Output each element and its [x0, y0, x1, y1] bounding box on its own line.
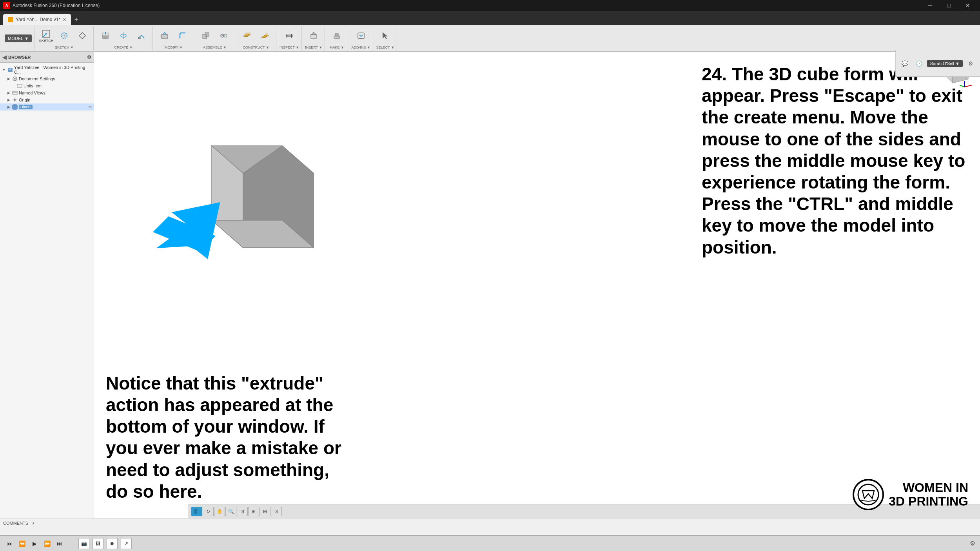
clock-button[interactable]: 🕐 [913, 57, 926, 70]
tab-close-button[interactable]: ✕ [63, 17, 66, 22]
instruction-bottom: Notice that this "extrude" action has ap… [106, 373, 349, 502]
instruction-main-text: 24. The 3D cube form will appear. Press … [702, 64, 965, 257]
shaded-display-button[interactable] [191, 507, 202, 516]
settings-gear-icon[interactable]: ⚙ [970, 540, 975, 547]
pan-button[interactable]: ✋ [214, 507, 225, 516]
assemble-tools [197, 27, 232, 45]
tree-item-units[interactable]: ▶ Units: cm [0, 82, 94, 89]
tree-label-units: Units: cm [24, 83, 42, 88]
svg-rect-13 [138, 37, 140, 39]
browser-settings-icon[interactable]: ⚙ [87, 54, 91, 60]
sidebar: ◀ BROWSER ⚙ ▼ Yard Yahtzee - Women in 3D… [0, 52, 94, 518]
revolve-icon [119, 31, 128, 40]
toolbar-select-section: SELECT ▼ [374, 26, 397, 51]
model-dropdown-button[interactable]: MODEL ▼ [5, 34, 32, 42]
sketch-section-label: SKETCH ▼ [55, 45, 74, 49]
logo: WOMEN IN 3D PRINTING [853, 479, 968, 510]
zoom-fit-button[interactable]: ⊡ [237, 507, 248, 516]
create-tools [97, 27, 150, 45]
toolbar-modify-section: MODIFY ▼ [154, 26, 194, 51]
sketch-button[interactable]: SKETCH [38, 27, 55, 45]
sweep-icon [137, 31, 146, 40]
frame-button[interactable]: 🖼 [93, 538, 103, 549]
3d-print-button[interactable] [328, 27, 345, 45]
browser-header: ◀ BROWSER ⚙ [0, 52, 94, 63]
joint-button[interactable] [215, 27, 232, 45]
tree-item-named-views[interactable]: ▶ Named Views [0, 89, 94, 96]
finish-sketch-button[interactable] [74, 27, 91, 45]
play-button[interactable]: ▶ [30, 539, 39, 548]
toolbar-model-section: MODEL ▼ [2, 26, 34, 51]
eye-icon[interactable]: 👁 [88, 105, 92, 109]
revolve-button[interactable] [115, 27, 132, 45]
active-tab[interactable]: Yard Yah....Demo v1* ✕ [3, 14, 71, 25]
svg-line-32 [361, 35, 363, 36]
prev-button[interactable]: ⏪ [17, 539, 27, 548]
orbit-button[interactable]: ↻ [203, 507, 214, 516]
select-button[interactable] [377, 27, 394, 45]
viewport: TOP FRONT RIGHT 24. The 3D cube form wil… [94, 52, 980, 518]
sweep-button[interactable] [133, 27, 150, 45]
account-settings-button[interactable]: ⚙ [964, 57, 977, 70]
scripts-icon [357, 31, 365, 40]
window-controls: ─ □ ✕ [921, 0, 977, 11]
select-section-label: SELECT ▼ [376, 45, 394, 49]
tree-item-dice[interactable]: ▶ Dice:1 👁 [0, 103, 94, 111]
joint-icon [220, 31, 228, 40]
prev-start-button[interactable]: ⏮ [5, 539, 14, 548]
comments-bar: COMMENTS ▲ [0, 518, 980, 527]
tab-bar: Yard Yah....Demo v1* ✕ + [0, 11, 980, 25]
toolbar-addins-section: ADD-INS ▼ [349, 26, 373, 51]
tree-item-root[interactable]: ▼ Yard Yahtzee - Women in 3D Printing C.… [0, 64, 94, 75]
create-sketch-button[interactable] [56, 27, 73, 45]
tree-item-doc-settings[interactable]: ▶ Document Settings [0, 75, 94, 82]
minimize-button[interactable]: ─ [921, 0, 939, 11]
svg-rect-24 [311, 34, 316, 38]
camera-button[interactable]: 📷 [78, 538, 89, 549]
chat-button[interactable]: 💬 [899, 57, 911, 70]
press-pull-button[interactable] [156, 27, 173, 45]
svg-rect-62 [194, 509, 197, 514]
angle-plane-icon [261, 31, 269, 40]
offset-plane-icon [243, 31, 251, 40]
cursor-tool-button[interactable]: ↗ [121, 538, 132, 549]
blue-arrow [153, 197, 231, 267]
zoom-button[interactable]: 🔍 [225, 507, 236, 516]
svg-point-44 [14, 99, 16, 101]
record-button[interactable]: ⏺ [107, 538, 118, 549]
user-badge[interactable]: Sarah O'Sell ▼ [927, 60, 963, 67]
svg-rect-14 [162, 34, 168, 38]
tree-label-origin: Origin [19, 98, 30, 102]
new-component-button[interactable] [197, 27, 214, 45]
toolbar-insert-section: INSERT ▼ [303, 26, 325, 51]
comments-expand[interactable]: ▲ [31, 521, 35, 525]
tree-icon-root [7, 67, 13, 72]
insert-mesh-button[interactable] [305, 27, 322, 45]
scripts-button[interactable] [352, 27, 370, 45]
next-button[interactable]: ⏩ [42, 539, 52, 548]
tree-item-origin[interactable]: ▶ Origin [0, 96, 94, 103]
close-button[interactable]: ✕ [959, 0, 977, 11]
next-end-button[interactable]: ⏭ [55, 539, 64, 548]
fillet-button[interactable] [174, 27, 191, 45]
view-settings-button[interactable]: ⊟ [260, 507, 270, 516]
select-tools [377, 27, 394, 45]
select-icon [381, 31, 390, 40]
svg-rect-45 [13, 105, 17, 109]
maximize-button[interactable]: □ [940, 0, 958, 11]
new-tab-button[interactable]: + [71, 14, 82, 25]
extrude-button[interactable] [97, 27, 114, 45]
angle-plane-button[interactable] [256, 27, 274, 45]
svg-point-38 [14, 78, 16, 80]
sidebar-collapse-button[interactable]: ◀ [2, 54, 7, 60]
grid-button[interactable]: ⊞ [248, 507, 259, 516]
toolbar-construct-section: CONSTRUCT ▼ [236, 26, 276, 51]
tree-icon-dice [12, 104, 18, 110]
create-sketch-icon [60, 31, 69, 40]
svg-rect-27 [335, 34, 338, 36]
display-settings-button[interactable]: ⊡ [271, 507, 282, 516]
offset-plane-button[interactable] [238, 27, 256, 45]
measure-button[interactable] [281, 27, 298, 45]
browser-tree: ▼ Yard Yahtzee - Women in 3D Printing C.… [0, 63, 94, 518]
app-icon: A [3, 2, 10, 9]
